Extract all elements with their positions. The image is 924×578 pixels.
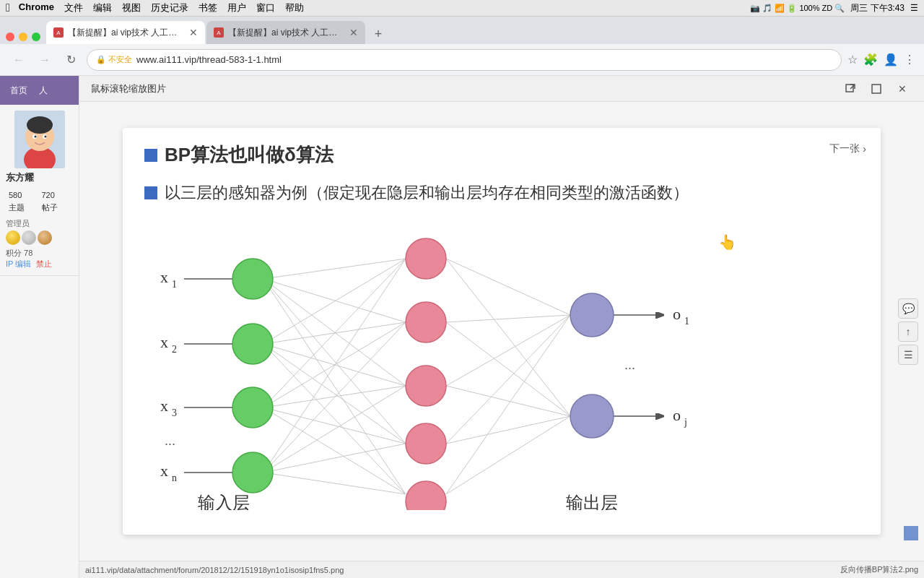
menu-dots-icon[interactable]: ⋮ [904, 53, 915, 66]
apple-menu[interactable]:  [6, 1, 10, 14]
mac-menubar:  Chrome 文件 编辑 视图 历史记录 书签 用户 窗口 帮助 📷 🎵 📶… [0, 0, 924, 17]
sidebar-nav-user[interactable]: 人 [35, 83, 52, 98]
extension-icon[interactable]: 🧩 [863, 53, 878, 66]
menu-help[interactable]: 帮助 [285, 1, 304, 14]
svg-line-15 [263, 279, 406, 494]
svg-point-49 [232, 324, 273, 364]
svg-point-48 [232, 259, 273, 299]
badge-bronze [38, 230, 52, 245]
bottom-bar: ai111.vip/data/attachment/forum/201812/1… [79, 561, 924, 578]
svg-text:o: o [673, 305, 681, 323]
bookmark-icon[interactable]: ☆ [847, 53, 858, 66]
blue-square-2 [144, 186, 157, 199]
svg-text:x: x [160, 462, 168, 480]
svg-line-21 [263, 259, 406, 407]
svg-line-22 [263, 322, 406, 407]
menu-bookmarks[interactable]: 书签 [199, 1, 217, 14]
battery-indicator: 📷 🎵 📶 🔋 100% ZD 🔍 [750, 4, 845, 13]
close-window-btn[interactable] [6, 33, 14, 41]
svg-rect-10 [872, 85, 881, 93]
menu-file[interactable]: 文件 [64, 1, 83, 14]
list-icon[interactable]: ☰ [898, 345, 918, 365]
chevron-right-icon: › [863, 143, 866, 155]
svg-point-52 [406, 238, 446, 279]
neural-net-slide: BP算法也叫做δ算法 以三层的感知器为例（假定现在隐层和输出层均存在相同类型的激… [123, 128, 881, 535]
tab-1-close[interactable]: ✕ [189, 27, 198, 38]
sidebar-nav: 首页 人 [0, 76, 79, 105]
svg-line-11 [263, 259, 406, 279]
forward-button[interactable]: → [35, 50, 55, 70]
user-stats: 580 720 主题 帖子 [6, 189, 73, 215]
svg-line-34 [446, 315, 570, 444]
menu-users[interactable]: 用户 [227, 1, 246, 14]
close-image-icon[interactable]: ✕ [892, 79, 912, 99]
menu-window[interactable]: 窗口 [256, 1, 275, 14]
avatar [14, 111, 65, 168]
svg-text:o: o [673, 406, 681, 424]
open-external-icon[interactable] [840, 79, 860, 99]
fullscreen-icon[interactable] [866, 79, 886, 99]
blue-square-1 [144, 149, 157, 162]
security-indicator: 🔒 不安全 [96, 54, 132, 65]
tab-bar: A 【新提醒】ai vip技术 人工智能 ... ✕ A 【新提醒】ai vip… [0, 17, 924, 44]
tab-1-favicon: A [53, 27, 64, 38]
up-icon[interactable]: ↑ [898, 322, 918, 342]
user-badges [6, 230, 73, 245]
svg-point-54 [406, 366, 446, 406]
svg-text:1: 1 [684, 316, 689, 327]
ban-label[interactable]: 禁止 [36, 259, 52, 268]
user-moderation: IP 编辑 禁止 [6, 259, 73, 269]
topics-count: 580 [7, 190, 39, 200]
menu-view[interactable]: 视图 [122, 1, 141, 14]
tab-1[interactable]: A 【新提醒】ai vip技术 人工智能 ... ✕ [46, 21, 205, 44]
svg-line-37 [446, 322, 570, 416]
points-value: 78 [24, 249, 32, 257]
page-content: 首页 人 [0, 76, 924, 578]
maximize-window-btn[interactable] [32, 33, 40, 41]
svg-line-28 [263, 386, 406, 473]
svg-line-40 [446, 416, 570, 494]
svg-line-29 [263, 444, 406, 473]
menu-history[interactable]: 历史记录 [151, 1, 188, 14]
next-slide-button[interactable]: 下一张 › [829, 142, 866, 155]
minimize-window-btn[interactable] [19, 33, 27, 41]
reload-button[interactable]: ↻ [61, 50, 81, 70]
svg-line-19 [263, 344, 406, 444]
badge-gold [6, 230, 20, 245]
sidebar-nav-home[interactable]: 首页 [6, 83, 32, 98]
tab-2[interactable]: A 【新提醒】ai vip技术 人工智能 ... ✕ [206, 21, 365, 44]
profile-icon[interactable]: 👤 [884, 53, 898, 66]
svg-line-27 [263, 322, 406, 473]
user-actions: 积分 78 [6, 248, 73, 259]
svg-text:x: x [160, 397, 168, 415]
username: 东方耀 [6, 171, 73, 184]
svg-point-7 [44, 136, 46, 138]
svg-line-12 [263, 279, 406, 322]
svg-text:1: 1 [172, 279, 177, 290]
app-menu-chrome[interactable]: Chrome [19, 1, 54, 14]
sidebar: 首页 人 [0, 76, 79, 578]
notification-icon: ☰ [910, 3, 918, 13]
svg-line-24 [263, 407, 406, 444]
url-bar[interactable]: 🔒 不安全 www.ai111.vip/thread-583-1-1.html [87, 49, 842, 71]
svg-line-38 [446, 386, 570, 416]
svg-line-16 [263, 259, 406, 344]
input-layer-label: 输入层 [198, 493, 250, 510]
neural-network-diagram: x 1 x 2 x 3 x n ... o 1 o j [144, 221, 707, 510]
ip-edit-label[interactable]: IP 编辑 [6, 259, 31, 268]
svg-point-50 [232, 387, 273, 428]
tab-2-favicon: A [214, 27, 224, 38]
chat-icon[interactable]: 💬 [898, 298, 918, 319]
chrome-window: A 【新提醒】ai vip技术 人工智能 ... ✕ A 【新提醒】ai vip… [0, 17, 924, 578]
back-button[interactable]: ← [9, 50, 29, 70]
tab-2-close[interactable]: ✕ [349, 27, 358, 38]
address-bar: ← → ↻ 🔒 不安全 www.ai111.vip/thread-583-1-1… [0, 44, 924, 76]
badge-silver [22, 230, 36, 245]
image-toolbar: 鼠标滚轮缩放图片 ✕ [79, 76, 924, 102]
menu-edit[interactable]: 编辑 [93, 1, 112, 14]
svg-line-9 [850, 85, 855, 89]
svg-point-58 [570, 394, 614, 438]
tab-1-title: 【新提醒】ai vip技术 人工智能 ... [68, 27, 185, 39]
new-tab-button[interactable]: + [368, 24, 388, 44]
svg-point-56 [406, 481, 446, 510]
